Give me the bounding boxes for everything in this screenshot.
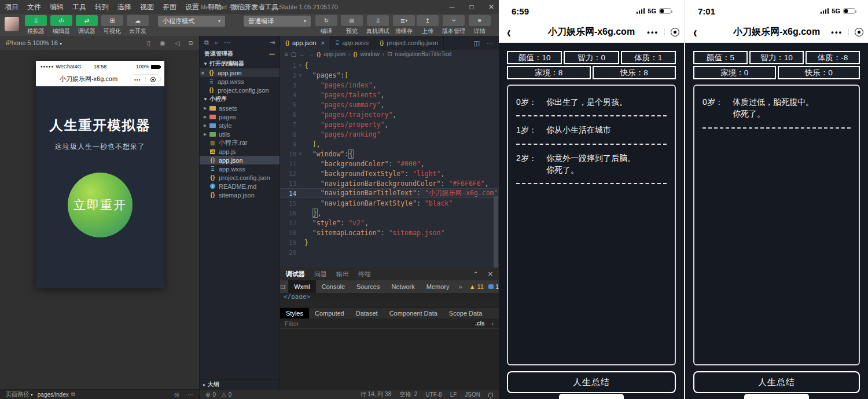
open-editor-item[interactable]: {}project.config.json (200, 86, 279, 94)
cloud-dev-button[interactable]: ☁云开发 (127, 15, 149, 35)
file-item[interactable]: ▥小程序.rar (200, 138, 279, 147)
menu-icon[interactable]: ≡ (285, 51, 288, 57)
encoding-setting[interactable]: UTF-8 (425, 391, 442, 398)
exit-target-icon[interactable] (146, 77, 161, 82)
outline-section[interactable]: ▸ 大纲 (200, 379, 279, 389)
code-editor[interactable]: 1∨{2∨ "pages":[3 "pages/index",4 "pages/… (280, 58, 499, 268)
debug-tab-调试器[interactable]: 调试器 (286, 270, 305, 279)
more-icon[interactable]: ⋯ (224, 39, 230, 46)
more-icon[interactable]: ••• (130, 77, 145, 82)
fold-icon[interactable]: ∨ (296, 72, 304, 78)
breadcrumb-leaf[interactable]: navigationBarTitleText (395, 51, 452, 57)
sound-icon[interactable]: ◁ (175, 39, 179, 47)
device-debug-button[interactable]: ▯真机调试 (366, 15, 389, 35)
devtools-tab-memory[interactable]: Memory (421, 280, 455, 293)
cls-toggle[interactable]: .cls (475, 320, 485, 327)
breadcrumb-node[interactable]: window (360, 51, 379, 57)
menu-item-2[interactable]: 文件 (27, 2, 41, 12)
back-button[interactable]: ‹ (685, 23, 705, 41)
editor-scrollbar[interactable] (494, 196, 498, 268)
rotate-device-icon[interactable]: ▯ (147, 39, 150, 47)
eol-setting[interactable]: LF (450, 391, 457, 398)
open-editor-item[interactable]: Ξapp.wxss (200, 77, 279, 86)
menu-item-5[interactable]: 转到 (95, 2, 109, 12)
menu-item-7[interactable]: 视图 (140, 2, 154, 12)
detach-window-icon[interactable]: ⧉ (189, 39, 193, 47)
page-path-select[interactable]: 页面路径 ▾ (6, 390, 33, 398)
folder-item[interactable]: ▶utils (200, 130, 279, 138)
file-item[interactable]: {}sitemap.json (200, 191, 279, 199)
more-button[interactable]: ••• (831, 28, 843, 36)
debug-tab-终端[interactable]: 终端 (358, 270, 371, 279)
life-summary-button[interactable]: 人生总结 (507, 371, 676, 393)
open-editor-item[interactable]: ×{}app.json (200, 68, 279, 77)
styles-tab-scope-data[interactable]: Scope Data (443, 308, 488, 319)
editor-tab-app-wxss[interactable]: Ξapp.wxss (330, 36, 374, 50)
more-button[interactable]: ••• (647, 28, 659, 36)
eye-icon[interactable]: ◎ (174, 391, 179, 398)
collapse-panel-icon[interactable]: ⌃ (473, 270, 479, 278)
device-select[interactable]: iPhone 5 100% 16 ▾ (6, 39, 62, 46)
split-editor-icon[interactable]: ◫ (474, 39, 480, 47)
menu-item-4[interactable]: 工具 (72, 2, 86, 12)
menu-item-6[interactable]: 选择 (117, 2, 131, 12)
upload-button[interactable]: ↥上传 (417, 15, 439, 35)
clear-cache-button[interactable]: ≣ ▾清缓存 (393, 15, 415, 35)
devtools-tab-wxml[interactable]: Wxml (288, 280, 316, 293)
file-item[interactable]: JSapp.js (200, 147, 279, 156)
compile-mode-select[interactable]: 普通编译 ▾ (244, 16, 311, 27)
forward-arrow-icon[interactable]: → (308, 51, 314, 57)
close-button[interactable]: ✕ (487, 3, 495, 11)
editor-tab-app-json[interactable]: {}app.json× (280, 36, 330, 50)
add-style-icon[interactable]: + (491, 320, 494, 327)
language-mode[interactable]: JSON (465, 391, 480, 398)
more-tabs-icon[interactable]: » (455, 283, 466, 290)
collapse-sidebar-icon[interactable]: ⇥ (270, 39, 275, 46)
mode-select[interactable]: 小程序模式 ▾ (158, 16, 225, 27)
more-options-icon[interactable]: ⋯ (187, 391, 193, 398)
menu-item-9[interactable]: 设置 (185, 2, 199, 12)
back-arrow-icon[interactable]: ← (299, 51, 305, 57)
menu-item-3[interactable]: 编辑 (50, 2, 64, 12)
minimize-button[interactable]: ─ (448, 3, 456, 11)
search-icon[interactable]: ⌕ (215, 39, 218, 46)
record-icon[interactable]: ◉ (160, 39, 165, 47)
exit-target-button[interactable] (855, 28, 863, 36)
exit-target-button[interactable] (671, 28, 679, 36)
fold-icon[interactable]: ∨ (296, 151, 304, 156)
compile-button[interactable]: ↻编译 (315, 15, 337, 35)
inspect-element-icon[interactable]: ⊡ (280, 283, 286, 291)
open-editors-section[interactable]: ▼ 打开的编辑器 (200, 59, 279, 68)
files-icon[interactable]: ⧉ (204, 39, 209, 46)
debug-tab-输出[interactable]: 输出 (336, 270, 349, 279)
folder-item[interactable]: ▶pages (200, 112, 279, 121)
devtools-tab-sources[interactable]: Sources (351, 280, 385, 293)
breadcrumb-file[interactable]: app.json (323, 51, 345, 57)
file-item[interactable]: Ξapp.wxss (200, 164, 279, 173)
preview-button[interactable]: ◎预览 (341, 15, 363, 35)
copy-icon[interactable]: ⧉ (71, 391, 75, 398)
close-icon[interactable]: × (201, 69, 207, 76)
user-avatar[interactable] (5, 17, 19, 31)
folder-item[interactable]: ▶style (200, 121, 279, 130)
folder-item[interactable]: ▶assets (200, 104, 279, 112)
visualize-button[interactable]: ⊞可视化 (101, 15, 123, 35)
close-panel-icon[interactable]: ✕ (488, 270, 493, 278)
styles-tab-computed[interactable]: Computed (309, 308, 350, 319)
editor-tab-project-config-json[interactable]: {}project.config.json (374, 36, 444, 50)
restart-now-button[interactable]: 立即重开 (68, 173, 133, 237)
warning-badge[interactable]: ▲ 11 (469, 283, 484, 290)
devtools-tab-console[interactable]: Console (316, 280, 351, 293)
styles-tab-component-data[interactable]: Component Data (384, 308, 443, 319)
life-summary-button[interactable]: 人生总结 (693, 371, 860, 393)
styles-tab-dataset[interactable]: Dataset (350, 308, 384, 319)
project-section[interactable]: ▼ 小程序 (200, 94, 279, 104)
bell-icon[interactable] (488, 393, 493, 397)
devtools-tab-network[interactable]: Network (385, 280, 420, 293)
close-tab-icon[interactable]: × (321, 39, 325, 46)
problems-indicator[interactable]: ⊗0 △0 (205, 391, 231, 398)
fold-icon[interactable]: ∨ (296, 63, 304, 68)
details-button[interactable]: ≡详情 (469, 15, 491, 35)
indent-setting[interactable]: 空格: 2 (399, 390, 417, 398)
version-control-button[interactable]: ⑂版本管理 (442, 15, 465, 35)
